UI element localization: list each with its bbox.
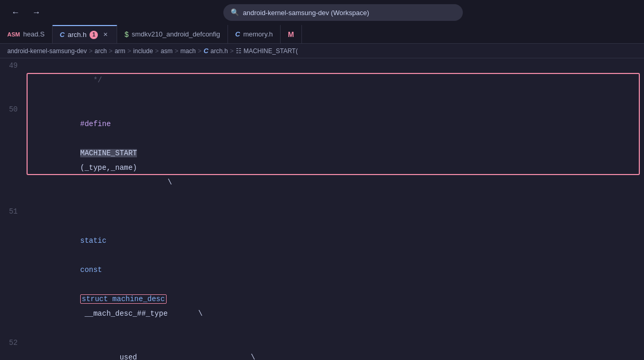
breadcrumb-file-icon: ☷ <box>236 47 242 55</box>
breadcrumb-sep-3: > <box>128 47 131 55</box>
search-icon: 🔍 <box>231 8 239 17</box>
back-button[interactable]: ← <box>8 5 23 20</box>
line-content-52: __used \ <box>34 336 644 360</box>
tab-label-smdkv210: smdkv210_android_defconfig <box>132 30 220 38</box>
table-row: 51 static const struct machine_desc __ma… <box>0 204 644 336</box>
breadcrumb-item-root: android-kernel-samsung-dev <box>7 47 87 55</box>
m-icon: M <box>288 30 294 39</box>
line-content-49: */ <box>34 58 644 102</box>
line-content-50: #define MACHINE_START (_type,_name) \ <box>34 102 644 204</box>
tab-arch-h[interactable]: C arch.h 1 ✕ <box>53 25 118 43</box>
table-row: 52 __used \ <box>0 336 644 360</box>
tab-head-s[interactable]: ASM head.S <box>0 25 53 43</box>
line-num-52: 52 <box>0 336 27 350</box>
line-num-49: 49 <box>0 58 27 73</box>
tab-smdkv210[interactable]: $ smdkv210_android_defconfig <box>117 25 228 43</box>
breadcrumb-sep-7: > <box>230 47 234 55</box>
code-container: 49 */ 50 #define MACHINE_START (_type,_n… <box>0 58 644 360</box>
tab-label-memory-h: memory.h <box>243 30 273 38</box>
kw-static-51: static <box>80 237 106 245</box>
breadcrumb-sep-4: > <box>155 47 159 55</box>
line-num-51: 51 <box>0 204 27 219</box>
asm-icon: ASM <box>7 31 20 38</box>
breadcrumb-sep-5: > <box>175 47 179 55</box>
c-icon-memory: C <box>235 30 240 38</box>
breadcrumb-item-symbol: MACHINE_START( <box>244 47 298 55</box>
breadcrumb-item-arm: arm <box>115 47 125 55</box>
breadcrumb-sep-6: > <box>198 47 201 55</box>
tab-memory-h[interactable]: C memory.h <box>228 25 281 43</box>
tab-label-head-s: head.S <box>23 30 44 38</box>
tab-label-arch-h: arch.h <box>68 31 86 39</box>
c-icon-arch: C <box>60 31 65 39</box>
breadcrumb: android-kernel-samsung-dev > arch > arm … <box>0 44 644 58</box>
breadcrumb-item-file: arch.h <box>210 47 228 55</box>
line-content-51: static const struct machine_desc __mach_… <box>34 204 644 336</box>
dollar-icon: $ <box>124 30 129 39</box>
line-num-50: 50 <box>0 102 27 117</box>
breadcrumb-sep-2: > <box>109 47 112 55</box>
comment-49: */ <box>80 76 102 84</box>
breadcrumb-item-asm: asm <box>161 47 173 55</box>
tab-close-arch[interactable]: ✕ <box>101 31 109 39</box>
table-row: 49 */ <box>0 58 644 102</box>
address-text: android-kernel-samsung-dev (Workspace) <box>243 9 370 17</box>
tab-m[interactable]: M <box>281 25 302 43</box>
forward-button[interactable]: → <box>29 5 44 20</box>
code-area: 49 */ 50 #define MACHINE_START (_type,_n… <box>0 58 644 360</box>
breadcrumb-sep-1: > <box>89 47 93 55</box>
tabs-bar: ASM head.S C arch.h 1 ✕ $ smdkv210_andro… <box>0 25 644 44</box>
app-window: ← → 🔍 android-kernel-samsung-dev (Worksp… <box>0 0 644 360</box>
punct-50: (_type,_name) <box>80 164 137 172</box>
struct-highlight-51: struct machine_desc <box>80 294 167 304</box>
table-row: 50 #define MACHINE_START (_type,_name) \ <box>0 102 644 204</box>
address-bar[interactable]: 🔍 android-kernel-samsung-dev (Workspace) <box>223 4 463 21</box>
breadcrumb-item-arch: arch <box>95 47 107 55</box>
keyword-define-50: #define <box>80 120 111 128</box>
breadcrumb-item-include: include <box>133 47 153 55</box>
titlebar: ← → 🔍 android-kernel-samsung-dev (Worksp… <box>0 0 644 25</box>
macro-machine-start: MACHINE_START <box>80 149 137 157</box>
breadcrumb-item-mach: mach <box>181 47 196 55</box>
tab-badge-arch: 1 <box>90 31 98 39</box>
c-icon-breadcrumb: C <box>204 47 208 55</box>
kw-const-51: const <box>80 266 102 274</box>
